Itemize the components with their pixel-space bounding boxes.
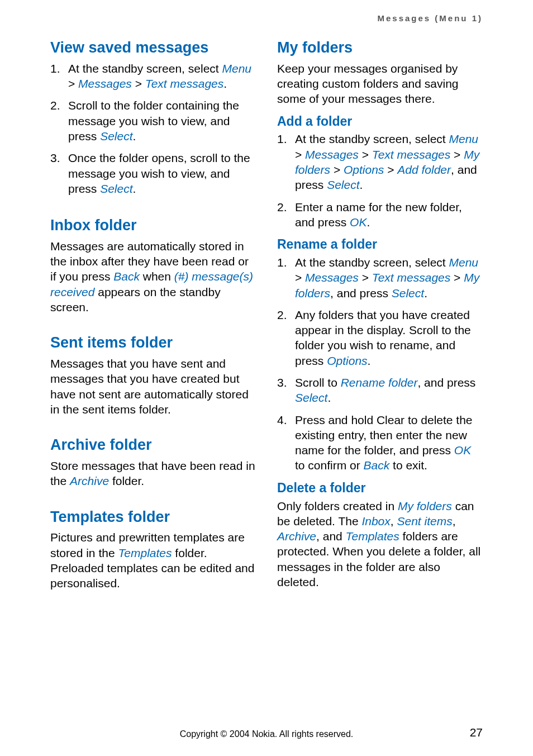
- ui-archive: Archive: [277, 530, 316, 543]
- text: to exit.: [389, 459, 427, 472]
- ui-back: Back: [113, 270, 140, 283]
- text: ,: [453, 515, 456, 527]
- ui-select: Select: [327, 178, 359, 191]
- text: , and press: [417, 376, 475, 389]
- paragraph-inbox: Messages are automatically stored in the…: [50, 239, 256, 315]
- heading-add-folder: Add a folder: [277, 113, 483, 130]
- step-text: Press and hold Clear to delete the exist…: [295, 413, 473, 457]
- step-text: At the standby screen, select: [295, 132, 449, 145]
- ui-ok: OK: [454, 444, 471, 457]
- sep: >: [135, 77, 142, 90]
- paragraph-delete-folder: Only folders created in My folders can b…: [277, 498, 483, 590]
- steps-add-folder: At the standby screen, select Menu > Mes…: [277, 131, 483, 230]
- text: when: [140, 270, 174, 283]
- paragraph-templates: Pictures and prewritten templates are st…: [50, 530, 256, 591]
- list-item: At the standby screen, select Menu > Mes…: [277, 131, 483, 192]
- ui-select: Select: [392, 287, 424, 299]
- text: , and: [316, 530, 346, 543]
- ui-menu: Menu: [449, 256, 478, 269]
- left-column: View saved messages At the standby scree…: [50, 33, 256, 597]
- ui-back: Back: [364, 459, 390, 472]
- list-item: At the standby screen, select Menu > Mes…: [277, 255, 483, 301]
- text: Only folders created in: [277, 500, 398, 512]
- heading-archive-folder: Archive folder: [50, 436, 256, 455]
- ui-my-folders: My folders: [398, 500, 452, 512]
- ui-messages: Messages: [78, 77, 132, 90]
- ui-ok: OK: [350, 216, 367, 229]
- text: to confirm or: [295, 459, 364, 472]
- heading-my-folders: My folders: [277, 39, 483, 58]
- sep: >: [362, 271, 369, 284]
- sep: >: [334, 163, 340, 176]
- steps-view-saved: At the standby screen, select Menu > Mes…: [50, 61, 256, 196]
- paragraph-my-folders: Keep your messages organised by creating…: [277, 61, 483, 107]
- step-text: Any folders that you have created appear…: [295, 308, 471, 367]
- ui-sent-items: Sent items: [397, 515, 452, 527]
- step-text: At the standby screen, select: [68, 62, 222, 75]
- heading-inbox-folder: Inbox folder: [50, 216, 256, 235]
- sep: >: [387, 163, 394, 176]
- text: ,: [391, 515, 397, 527]
- paragraph-archive: Store messages that have been read in th…: [50, 458, 256, 489]
- running-header: Messages (Menu 1): [50, 13, 483, 23]
- sep: >: [454, 271, 460, 284]
- heading-templates-folder: Templates folder: [50, 508, 256, 527]
- heading-delete-folder: Delete a folder: [277, 480, 483, 496]
- sep: >: [454, 148, 460, 161]
- list-item: Scroll to the folder containing the mess…: [50, 98, 256, 144]
- sep: >: [68, 77, 75, 90]
- text: , and press: [330, 287, 392, 299]
- text: folder.: [109, 474, 144, 487]
- paragraph-sent: Messages that you have sent and messages…: [50, 356, 256, 417]
- step-text: Once the folder opens, scroll to the mes…: [68, 151, 250, 195]
- ui-templates: Templates: [346, 530, 399, 543]
- ui-add-folder: Add folder: [397, 163, 451, 176]
- page-content: Messages (Menu 1) View saved messages At…: [0, 0, 533, 597]
- ui-inbox: Inbox: [361, 515, 390, 527]
- ui-text-messages: Text messages: [372, 148, 450, 161]
- ui-menu: Menu: [222, 62, 251, 75]
- step-text: Scroll to: [295, 376, 341, 389]
- step-text: At the standby screen, select: [295, 256, 449, 269]
- heading-view-saved: View saved messages: [50, 39, 256, 58]
- steps-rename-folder: At the standby screen, select Menu > Mes…: [277, 255, 483, 473]
- sep: >: [295, 271, 302, 284]
- list-item: Scroll to Rename folder, and press Selec…: [277, 375, 483, 406]
- step-text: Scroll to the folder containing the mess…: [68, 99, 239, 142]
- page-number: 27: [470, 726, 483, 739]
- ui-menu: Menu: [449, 132, 478, 145]
- ui-select: Select: [100, 182, 132, 195]
- right-column: My folders Keep your messages organised …: [277, 33, 483, 597]
- ui-options: Options: [327, 354, 367, 367]
- sep: >: [295, 148, 302, 161]
- ui-text-messages: Text messages: [145, 77, 223, 90]
- ui-select: Select: [100, 130, 132, 142]
- list-item: Once the folder opens, scroll to the mes…: [50, 150, 256, 196]
- ui-options: Options: [344, 163, 384, 176]
- list-item: Any folders that you have created appear…: [277, 307, 483, 368]
- ui-messages: Messages: [305, 271, 359, 284]
- ui-messages: Messages: [305, 148, 359, 161]
- ui-rename-folder: Rename folder: [341, 376, 418, 389]
- list-item: At the standby screen, select Menu > Mes…: [50, 61, 256, 92]
- list-item: Press and hold Clear to delete the exist…: [277, 412, 483, 473]
- step-text: Enter a name for the new folder, and pre…: [295, 201, 462, 229]
- ui-archive: Archive: [70, 474, 109, 487]
- copyright-text: Copyright © 2004 Nokia. All rights reser…: [180, 729, 354, 739]
- list-item: Enter a name for the new folder, and pre…: [277, 199, 483, 230]
- two-column-layout: View saved messages At the standby scree…: [50, 33, 483, 597]
- sep: >: [362, 148, 369, 161]
- page-footer: Copyright © 2004 Nokia. All rights reser…: [0, 729, 533, 739]
- heading-rename-folder: Rename a folder: [277, 236, 483, 253]
- ui-text-messages: Text messages: [372, 271, 450, 284]
- ui-select: Select: [295, 391, 327, 404]
- ui-templates: Templates: [118, 546, 172, 559]
- heading-sent-items: Sent items folder: [50, 334, 256, 353]
